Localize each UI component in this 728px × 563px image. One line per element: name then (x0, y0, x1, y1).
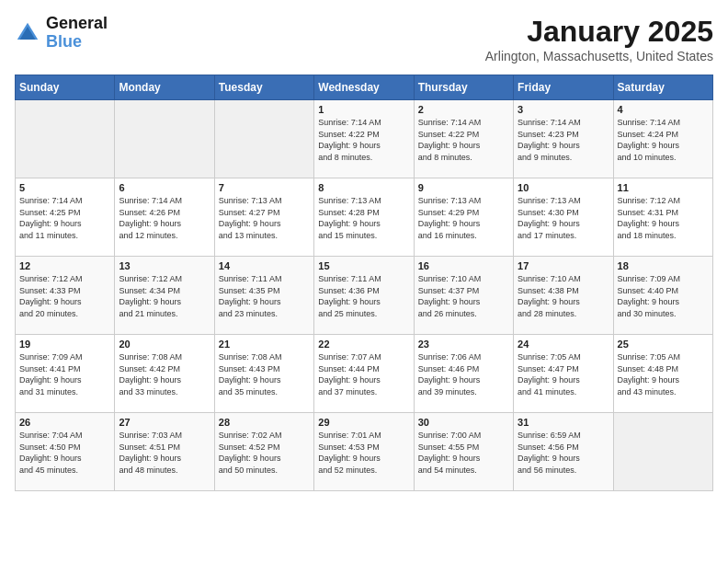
calendar-cell: 27Sunrise: 7:03 AMSunset: 4:51 PMDayligh… (115, 413, 214, 491)
cell-info: Sunrise: 7:14 AM (618, 117, 709, 129)
cell-info: Sunset: 4:47 PM (518, 363, 609, 375)
day-number: 13 (119, 260, 210, 271)
calendar-cell: 28Sunrise: 7:02 AMSunset: 4:52 PMDayligh… (214, 413, 313, 491)
cell-info: Daylight: 9 hours (119, 218, 210, 230)
calendar-cell: 10Sunrise: 7:13 AMSunset: 4:30 PMDayligh… (514, 178, 613, 257)
day-number: 26 (19, 417, 110, 428)
day-number: 24 (518, 339, 609, 350)
subtitle: Arlington, Massachusetts, United States (485, 49, 713, 63)
cell-info: Sunset: 4:26 PM (119, 207, 210, 219)
cell-info: Sunset: 4:36 PM (318, 285, 409, 297)
cell-info: and 17 minutes. (518, 230, 609, 242)
cell-info: and 43 minutes. (618, 386, 709, 398)
cell-info: and 31 minutes. (19, 386, 110, 398)
calendar-cell: 30Sunrise: 7:00 AMSunset: 4:55 PMDayligh… (414, 413, 513, 491)
calendar-cell: 13Sunrise: 7:12 AMSunset: 4:34 PMDayligh… (115, 257, 214, 335)
calendar-body: 1Sunrise: 7:14 AMSunset: 4:22 PMDaylight… (16, 100, 713, 491)
day-number: 2 (418, 104, 509, 115)
day-number: 28 (219, 417, 310, 428)
cell-info: Sunrise: 7:00 AM (418, 430, 509, 442)
cell-info: Sunrise: 7:05 AM (518, 351, 609, 363)
cell-info: and 23 minutes. (219, 308, 310, 320)
cell-info: Daylight: 9 hours (119, 453, 210, 465)
cell-info: Sunrise: 7:13 AM (518, 195, 609, 207)
cell-info: Sunset: 4:27 PM (219, 207, 310, 219)
cell-info: and 16 minutes. (418, 230, 509, 242)
cell-info: Sunrise: 7:13 AM (219, 195, 310, 207)
cell-info: Sunrise: 7:12 AM (618, 195, 709, 207)
calendar-cell: 29Sunrise: 7:01 AMSunset: 4:53 PMDayligh… (314, 413, 414, 491)
cell-info: Sunrise: 7:09 AM (19, 351, 110, 363)
cell-info: Sunset: 4:55 PM (418, 442, 509, 454)
header-cell-friday: Friday (514, 75, 613, 100)
calendar-table: SundayMondayTuesdayWednesdayThursdayFrid… (15, 75, 713, 491)
cell-info: Sunset: 4:44 PM (318, 363, 409, 375)
cell-info: and 50 minutes. (219, 465, 310, 477)
cell-info: and 12 minutes. (119, 230, 210, 242)
day-number: 15 (318, 260, 409, 271)
calendar-cell: 31Sunrise: 6:59 AMSunset: 4:56 PMDayligh… (514, 413, 613, 491)
cell-info: Sunset: 4:46 PM (418, 363, 509, 375)
cell-info: Sunset: 4:48 PM (618, 363, 709, 375)
calendar-week-5: 26Sunrise: 7:04 AMSunset: 4:50 PMDayligh… (16, 413, 713, 491)
cell-info: Daylight: 9 hours (518, 453, 609, 465)
cell-info: Sunset: 4:22 PM (318, 129, 409, 141)
cell-info: Sunset: 4:22 PM (418, 129, 509, 141)
day-number: 12 (19, 260, 110, 271)
day-number: 31 (518, 417, 609, 428)
cell-info: and 21 minutes. (119, 308, 210, 320)
cell-info: Sunrise: 7:12 AM (119, 273, 210, 285)
cell-info: Sunrise: 7:05 AM (618, 351, 709, 363)
cell-info: Daylight: 9 hours (219, 374, 310, 386)
cell-info: Daylight: 9 hours (119, 296, 210, 308)
cell-info: Daylight: 9 hours (518, 374, 609, 386)
calendar-cell (16, 100, 115, 178)
day-number: 19 (19, 339, 110, 350)
cell-info: and 8 minutes. (318, 152, 409, 164)
calendar-cell: 5Sunrise: 7:14 AMSunset: 4:25 PMDaylight… (16, 178, 115, 257)
cell-info: and 9 minutes. (518, 152, 609, 164)
header-cell-tuesday: Tuesday (214, 75, 313, 100)
cell-info: Daylight: 9 hours (518, 140, 609, 152)
cell-info: Sunset: 4:53 PM (318, 442, 409, 454)
day-number: 23 (418, 339, 509, 350)
day-number: 21 (219, 339, 310, 350)
cell-info: Sunrise: 7:12 AM (19, 273, 110, 285)
cell-info: Daylight: 9 hours (418, 140, 509, 152)
calendar-cell: 6Sunrise: 7:14 AMSunset: 4:26 PMDaylight… (115, 178, 214, 257)
calendar-cell (214, 100, 313, 178)
calendar-cell: 25Sunrise: 7:05 AMSunset: 4:48 PMDayligh… (613, 335, 712, 413)
calendar-week-4: 19Sunrise: 7:09 AMSunset: 4:41 PMDayligh… (16, 335, 713, 413)
cell-info: and 26 minutes. (418, 308, 509, 320)
day-number: 14 (219, 260, 310, 271)
cell-info: Sunset: 4:42 PM (119, 363, 210, 375)
cell-info: Daylight: 9 hours (318, 374, 409, 386)
cell-info: Sunset: 4:41 PM (19, 363, 110, 375)
page-header: General Blue January 2025 Arlington, Mas… (15, 15, 713, 63)
cell-info: Daylight: 9 hours (219, 296, 310, 308)
cell-info: and 11 minutes. (19, 230, 110, 242)
calendar-cell: 8Sunrise: 7:13 AMSunset: 4:28 PMDaylight… (314, 178, 414, 257)
cell-info: Sunrise: 7:09 AM (618, 273, 709, 285)
day-number: 8 (318, 182, 409, 193)
day-number: 17 (518, 260, 609, 271)
cell-info: and 48 minutes. (119, 465, 210, 477)
calendar-header-row: SundayMondayTuesdayWednesdayThursdayFrid… (16, 75, 713, 100)
cell-info: Sunrise: 7:10 AM (418, 273, 509, 285)
cell-info: Sunset: 4:23 PM (518, 129, 609, 141)
day-number: 3 (518, 104, 609, 115)
cell-info: Sunset: 4:25 PM (19, 207, 110, 219)
cell-info: Sunrise: 7:08 AM (119, 351, 210, 363)
cell-info: and 15 minutes. (318, 230, 409, 242)
day-number: 6 (119, 182, 210, 193)
cell-info: Daylight: 9 hours (418, 453, 509, 465)
day-number: 10 (518, 182, 609, 193)
cell-info: Daylight: 9 hours (119, 374, 210, 386)
cell-info: and 39 minutes. (418, 386, 509, 398)
calendar-cell: 26Sunrise: 7:04 AMSunset: 4:50 PMDayligh… (16, 413, 115, 491)
day-number: 22 (318, 339, 409, 350)
day-number: 18 (618, 260, 709, 271)
day-number: 5 (19, 182, 110, 193)
cell-info: and 52 minutes. (318, 465, 409, 477)
day-number: 7 (219, 182, 310, 193)
